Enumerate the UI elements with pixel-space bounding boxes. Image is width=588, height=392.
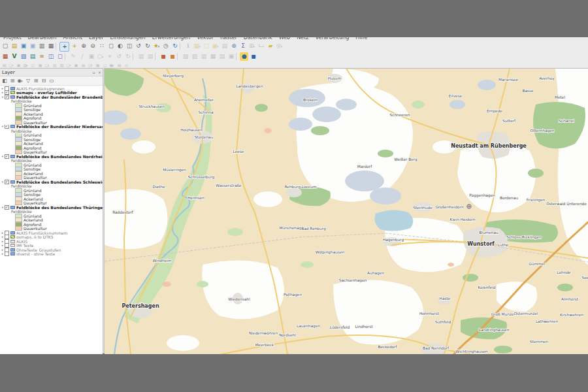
python-console-icon[interactable]: ●	[240, 52, 248, 61]
style-tool-icon-2[interactable]: ▨	[190, 52, 199, 61]
text-annotation-icon[interactable]: ▦	[94, 63, 101, 67]
manage-themes-icon[interactable]: ◉▾	[16, 77, 24, 84]
filter-legend-icon[interactable]: ▽	[24, 77, 31, 84]
layer-checkbox[interactable]	[5, 252, 9, 257]
map-canvas[interactable]: Neustadt am RübenbergeWunstorfPetershage…	[105, 68, 588, 354]
pan-to-selection-icon[interactable]: +	[70, 42, 78, 50]
zoom-native-icon[interactable]: ∷	[97, 42, 106, 50]
identify-icon[interactable]: ℹ	[184, 42, 192, 50]
add-delimited-text-icon[interactable]: ≡	[37, 52, 46, 61]
labeling-options-icon[interactable]: ◫	[29, 63, 36, 67]
zoom-last-icon[interactable]: ↺	[134, 42, 142, 50]
plugin-manager-icon[interactable]: ◼	[249, 52, 257, 61]
add-web-layer-icon[interactable]: ◻	[56, 52, 64, 61]
zoom-next-icon[interactable]: ↻	[143, 42, 152, 50]
save-as-icon[interactable]: ▣	[28, 42, 37, 50]
snapping-icon[interactable]: ◻▾	[8, 63, 14, 67]
open-project-icon[interactable]: ▤	[10, 42, 18, 50]
zoom-out-icon[interactable]: ⊖	[88, 42, 97, 50]
plugin-icon-2[interactable]: ◼	[168, 52, 176, 61]
options-icon[interactable]: ⊛	[229, 42, 238, 50]
zoom-to-layer-icon[interactable]: ◫	[125, 42, 133, 50]
pin-labels-icon[interactable]: ▥	[51, 63, 57, 67]
processing-toolbox-icon[interactable]: ▤	[1, 63, 7, 67]
change-label-icon[interactable]: ▤	[80, 63, 86, 67]
add-database-layer-icon[interactable]: ◫	[46, 52, 55, 61]
field-calculator-icon[interactable]: ⊞▾	[248, 42, 256, 50]
menu-item[interactable]: Netz	[297, 37, 308, 41]
add-vector-layer-icon[interactable]: V	[10, 52, 18, 61]
labeling-icon[interactable]: ▨▾	[22, 63, 29, 67]
html-annotation-icon[interactable]: ▣▾	[108, 63, 115, 67]
delete-selected-icon[interactable]: ×	[105, 52, 114, 61]
zoom-to-selection-icon[interactable]: ◐	[116, 42, 124, 50]
menu-item[interactable]: Einstellungen	[110, 37, 145, 41]
menu-item[interactable]: Datenbank	[244, 37, 272, 41]
collapse-all-icon[interactable]: ⊟	[40, 77, 47, 84]
menu-item[interactable]: Projekt	[3, 37, 22, 41]
add-group-icon[interactable]: ⊞	[8, 77, 16, 84]
toggle-editing-icon[interactable]: ✎	[69, 52, 77, 61]
new-layout-icon[interactable]: ▥	[37, 42, 46, 50]
style-tool-icon-1[interactable]: ▧	[181, 52, 189, 61]
open-styling-panel-icon[interactable]: ◧	[1, 77, 8, 84]
add-raster-layer-icon[interactable]: ▨	[19, 52, 27, 61]
diagram-options-icon[interactable]: ◻▾	[44, 63, 50, 67]
form-annotation-icon[interactable]: ◻	[101, 63, 108, 67]
zoom-in-icon[interactable]: ⊕	[79, 42, 88, 50]
select-by-value-icon[interactable]: ▣▾	[211, 42, 220, 50]
datasource-manager-icon[interactable]: ▦	[1, 52, 9, 61]
layout-manager-icon[interactable]: ▦	[46, 42, 55, 50]
layer-checkbox[interactable]	[5, 205, 9, 210]
layer-tree-row[interactable]: ▸ diverst - ohne Texte	[0, 252, 103, 257]
diagram-icon[interactable]: ▦	[37, 63, 43, 67]
remove-layer-icon[interactable]: ▭	[48, 77, 55, 84]
menu-item[interactable]: Web	[279, 37, 290, 41]
save-edits-icon[interactable]: ▣	[87, 52, 95, 61]
vertex-tool-icon[interactable]: ○▾	[96, 52, 105, 61]
layer-checkbox[interactable]	[5, 95, 9, 99]
deselect-icon[interactable]: ▢	[202, 42, 210, 50]
pan-map-icon[interactable]: +	[59, 42, 69, 52]
menu-item[interactable]: Erweiterungen	[152, 37, 191, 41]
style-tool-icon-3[interactable]: ▥	[199, 52, 208, 61]
menu-item[interactable]: Layer	[89, 37, 103, 41]
measure-icon[interactable]: ∟▾	[257, 42, 265, 50]
style-tool-icon-4[interactable]: ▦	[208, 52, 217, 61]
layer-checkbox[interactable]	[5, 180, 9, 184]
layer-checkbox[interactable]	[5, 125, 9, 129]
paste-features-icon[interactable]: ▤	[146, 52, 154, 61]
refresh-icon[interactable]: ↻	[171, 42, 179, 50]
layer-checkbox[interactable]	[5, 154, 9, 159]
menu-item[interactable]: Raster	[220, 37, 237, 41]
menu-item[interactable]: Ansicht	[63, 37, 83, 41]
svg-annotation-icon[interactable]: ▤	[116, 63, 122, 67]
new-project-icon[interactable]: ▢	[1, 42, 9, 50]
statistics-icon[interactable]: Σ	[238, 42, 247, 50]
select-features-icon[interactable]: ▦▾	[193, 42, 201, 50]
move-label-icon[interactable]: ◻▾	[65, 63, 72, 67]
save-project-icon[interactable]: ▣	[19, 42, 27, 50]
search-icon[interactable]: ◎▾	[275, 42, 284, 50]
menu-item[interactable]: Hilfe	[355, 37, 367, 41]
menu-item[interactable]: Verarbeitung	[315, 37, 349, 41]
show-hidden-labels-icon[interactable]: ▧	[58, 63, 65, 67]
redo-icon[interactable]: ↻	[123, 52, 132, 61]
plugin-icon-1[interactable]: ◼	[159, 52, 167, 61]
style-tool-icon-6[interactable]: ▣	[227, 52, 235, 61]
expand-all-icon[interactable]: ⊞	[32, 77, 39, 84]
rotate-label-icon[interactable]: ▣	[73, 63, 79, 67]
tracing-icon[interactable]: ▣	[15, 63, 22, 67]
measure-angle-icon[interactable]: ◎	[123, 63, 129, 67]
add-feature-icon[interactable]: /	[78, 52, 86, 61]
new-bookmark-icon[interactable]: ★▾	[152, 42, 161, 50]
temporal-controller-icon[interactable]: ◷	[161, 42, 170, 50]
menu-item[interactable]: Vektor	[197, 37, 214, 41]
close-panel-icon[interactable]: ×	[97, 70, 103, 74]
float-panel-icon[interactable]: ▫	[91, 70, 97, 74]
annotation-icon[interactable]: ◫▾	[87, 63, 93, 67]
copy-features-icon[interactable]: ▥	[137, 52, 145, 61]
zoom-full-icon[interactable]: ◻	[106, 42, 115, 50]
add-mesh-layer-icon[interactable]: ▤	[28, 52, 37, 61]
style-tool-icon-5[interactable]: ▤	[218, 52, 226, 61]
